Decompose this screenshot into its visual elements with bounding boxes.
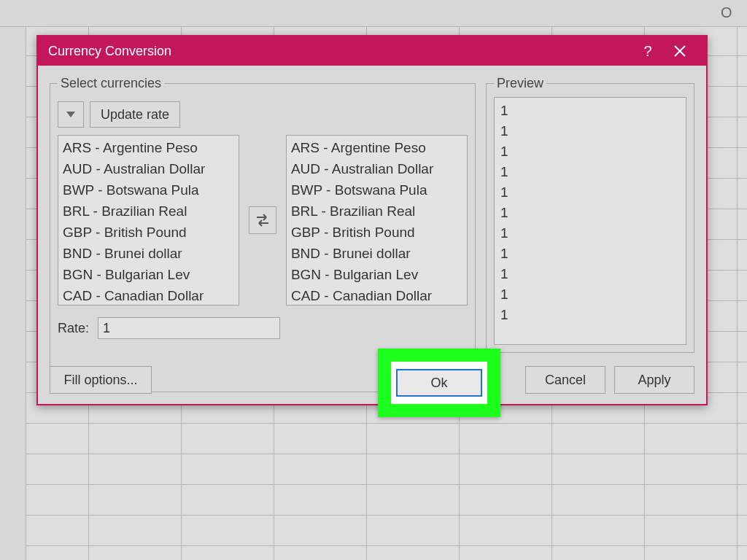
currency-item[interactable]: BGN - Bulgarian Lev [61,264,236,285]
to-currency-listbox[interactable]: ARS - Argentine PesoAUD - Australian Dol… [286,135,468,306]
rate-input[interactable] [98,317,280,339]
preview-value: 1 [500,121,680,141]
preview-label: Preview [494,76,546,91]
currency-item[interactable]: BND - Brunei dollar [290,243,464,264]
preview-value: 1 [500,264,680,284]
close-icon[interactable] [664,44,696,58]
preview-group: Preview 11111111111 [486,76,694,353]
preview-value: 1 [500,101,680,121]
currency-item[interactable]: CAD - Canadian Dollar [290,285,464,306]
preview-value: 1 [500,284,680,305]
preview-value: 1 [500,203,680,223]
column-header-band [0,0,747,27]
fill-options-button[interactable]: Fill options... [50,366,152,394]
currency-item[interactable]: BGN - Bulgarian Lev [290,264,464,285]
preview-listbox: 11111111111 [494,97,686,345]
dialog-titlebar[interactable]: Currency Conversion ? [38,36,706,66]
select-currencies-label: Select currencies [58,76,164,91]
currency-item[interactable]: AUD - Australian Dollar [61,158,236,179]
currency-item[interactable]: BWP - Botswana Pula [61,179,236,201]
ok-button[interactable]: Ok [396,369,482,397]
currency-item[interactable]: BRL - Brazilian Real [290,201,464,222]
currency-dropdown-button[interactable] [58,101,84,128]
currency-item[interactable]: CAD - Canadian Dollar [61,285,236,306]
from-currency-listbox[interactable]: ARS - Argentine PesoAUD - Australian Dol… [58,135,239,306]
currency-item[interactable]: ARS - Argentine Peso [290,137,464,158]
preview-value: 1 [500,162,680,182]
currency-item[interactable]: BND - Brunei dollar [61,243,236,264]
apply-button[interactable]: Apply [614,366,694,394]
select-currencies-group: Select currencies Update rate ARS - Arge… [50,76,476,392]
currency-item[interactable]: ARS - Argentine Peso [61,137,236,158]
row-header-band [0,0,26,560]
chevron-down-icon [66,112,75,117]
currency-item[interactable]: BWP - Botswana Pula [290,179,464,201]
currency-item[interactable]: AUD - Australian Dollar [290,158,464,179]
currency-conversion-dialog: Currency Conversion ? Select currencies … [36,35,708,405]
currency-item[interactable]: GBP - British Pound [61,222,236,243]
preview-value: 1 [500,223,680,244]
update-rate-button[interactable]: Update rate [90,101,180,128]
currency-item[interactable]: GBP - British Pound [290,222,464,243]
dialog-title: Currency Conversion [48,44,171,59]
preview-value: 1 [500,305,680,325]
swap-horizontal-icon [255,213,271,228]
preview-value: 1 [500,182,680,203]
help-icon[interactable]: ? [632,43,664,60]
cancel-button[interactable]: Cancel [525,366,605,394]
currency-item[interactable]: BRL - Brazilian Real [61,201,236,222]
column-header-O[interactable]: O [721,4,732,21]
preview-value: 1 [500,141,680,162]
preview-value: 1 [500,244,680,264]
ok-highlight-callout: Ok [378,349,500,417]
rate-label: Rate: [58,321,89,336]
swap-button[interactable] [249,206,276,234]
